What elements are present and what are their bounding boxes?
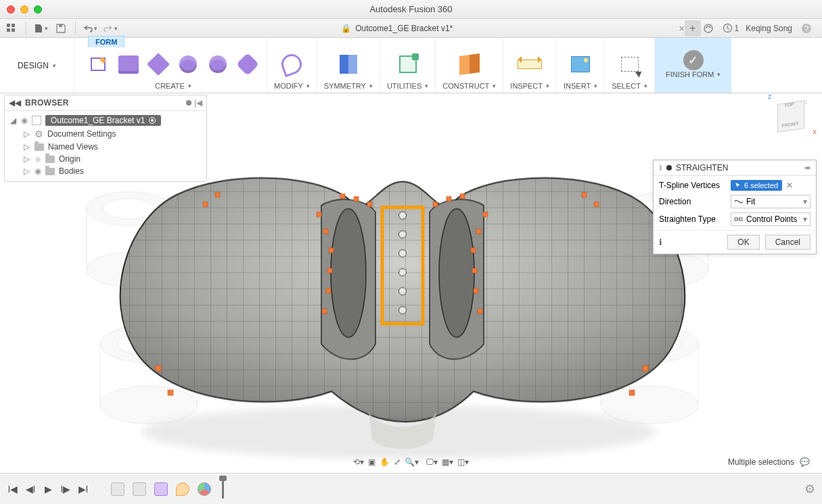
timeline-feature-4[interactable] [176, 482, 189, 496]
tree-expand[interactable]: ▷ [24, 142, 30, 152]
tree-expand[interactable]: ▷ [24, 129, 30, 139]
create-sphere-tool[interactable] [206, 52, 230, 76]
modify-tool[interactable] [279, 52, 304, 76]
ok-button[interactable]: OK [727, 235, 759, 250]
cancel-button[interactable]: Cancel [765, 235, 810, 250]
save-button[interactable] [53, 21, 68, 36]
create-quadball-tool[interactable] [235, 52, 260, 76]
svg-rect-1 [12, 24, 15, 27]
viewcube-top[interactable]: TOP [784, 101, 794, 108]
svg-rect-48 [433, 202, 438, 207]
component-icon [32, 116, 41, 125]
create-plane-tool[interactable] [146, 52, 170, 76]
tree-doc-settings[interactable]: Document Settings [47, 129, 116, 139]
undo-button[interactable] [83, 21, 97, 36]
visibility-toggle[interactable]: ◉ [35, 154, 41, 164]
zoom-window-tool[interactable]: 🔍▾ [405, 457, 419, 467]
redo-button[interactable] [103, 21, 118, 36]
panel-insert[interactable]: INSERT [564, 82, 597, 93]
symmetry-tool[interactable] [336, 52, 361, 76]
panel-utilities[interactable]: UTILITIES [387, 82, 428, 93]
tree-origin[interactable]: Origin [59, 154, 81, 164]
create-sketch-tool[interactable] [87, 52, 111, 76]
tree-expand[interactable]: ▷ [24, 154, 30, 164]
panel-select[interactable]: SELECT [612, 82, 647, 93]
create-box-tool[interactable] [116, 52, 141, 76]
panel-create[interactable]: CREATE [155, 82, 191, 93]
svg-point-26 [399, 231, 407, 238]
direction-value: Fit [746, 197, 755, 206]
view-cube[interactable]: ⌂ Z TOP FRONT X [772, 97, 810, 135]
finish-form-button[interactable]: ✓ FINISH FORM [655, 38, 732, 93]
visibility-toggle[interactable]: ◉ [35, 166, 41, 176]
display-settings[interactable]: 🖵▾ [426, 457, 438, 467]
tree-collapse-root[interactable]: ◢ [10, 116, 17, 125]
timeline-settings[interactable]: ⚙ [804, 482, 815, 497]
svg-rect-44 [471, 248, 476, 253]
folder-icon [45, 156, 55, 163]
tab-close-button[interactable]: × [679, 23, 684, 34]
extensions-button[interactable] [701, 21, 716, 36]
zoom-tool[interactable]: ⤢ [394, 457, 401, 467]
panel-modify[interactable]: MODIFY [274, 82, 310, 93]
svg-rect-41 [322, 309, 327, 314]
timeline-feature-3[interactable] [154, 482, 168, 496]
document-tab[interactable]: 🔒 Outcome1_GE Bracket v1* [334, 22, 459, 35]
inspect-tool[interactable] [518, 52, 542, 76]
lookat-tool[interactable]: ▣ [368, 457, 375, 467]
user-menu[interactable]: Keqing Song [746, 24, 792, 33]
timeline-start[interactable]: I◀ [7, 484, 19, 495]
data-panel-button[interactable] [4, 21, 19, 36]
viewport-layout[interactable]: ◫▾ [457, 457, 469, 467]
clear-selection[interactable]: ✕ [786, 181, 793, 190]
timeline-feature-1[interactable] [111, 482, 124, 496]
comments-icon[interactable]: 💬 [800, 457, 810, 467]
svg-rect-39 [327, 269, 332, 273]
tree-bodies[interactable]: Bodies [59, 166, 84, 176]
tree-expand[interactable]: ▷ [24, 166, 30, 176]
new-tab-button[interactable]: + [685, 20, 701, 37]
pan-tool[interactable]: ✋ [380, 457, 390, 467]
utilities-tool[interactable] [396, 52, 420, 76]
orbit-tool[interactable]: ⟲▾ [353, 457, 364, 467]
construct-tool[interactable] [457, 52, 482, 76]
file-menu-button[interactable] [33, 21, 48, 36]
axis-x-label: X [813, 129, 817, 135]
context-tab-form[interactable]: FORM [88, 36, 124, 47]
dialog-pin-icon[interactable]: ↠ [804, 163, 810, 173]
activate-radio[interactable] [149, 117, 156, 124]
svg-rect-37 [323, 229, 328, 234]
create-cylinder-tool[interactable] [176, 52, 200, 76]
selection-chip[interactable]: 6 selected [731, 180, 782, 191]
insert-tool[interactable] [568, 52, 593, 76]
svg-rect-57 [582, 193, 587, 198]
root-component[interactable]: Outcome1_GE Bracket v1 [45, 115, 161, 126]
timeline-prev[interactable]: ◀I [24, 484, 37, 495]
timeline-next[interactable]: I▶ [60, 484, 72, 495]
browser-collapse-icon[interactable]: ◀◀ [9, 98, 21, 108]
svg-rect-4 [59, 24, 62, 27]
job-status-button[interactable]: 1 [723, 23, 739, 33]
direction-dropdown[interactable]: Fit ▾ [731, 195, 810, 208]
tree-named-views[interactable]: Named Views [48, 142, 98, 152]
status-text: Multiple selections [728, 457, 794, 467]
panel-construct[interactable]: CONSTRUCT [442, 82, 496, 93]
workspace-switcher[interactable]: DESIGN [0, 38, 74, 93]
timeline-feature-5[interactable] [198, 482, 211, 496]
timeline-feature-2[interactable] [133, 482, 146, 496]
viewcube-front[interactable]: FRONT [781, 120, 798, 129]
panel-inspect[interactable]: INSPECT [510, 82, 549, 93]
visibility-toggle[interactable]: ◉ [21, 116, 28, 125]
dialog-drag-handle[interactable]: ⦀ [659, 163, 662, 173]
panel-symmetry[interactable]: SYMMETRY [324, 82, 373, 93]
chevron-down-icon: ▾ [803, 214, 807, 224]
type-dropdown[interactable]: Control Points ▾ [731, 212, 810, 226]
grid-settings[interactable]: ▦▾ [442, 457, 453, 467]
svg-rect-35 [643, 366, 648, 371]
timeline-end[interactable]: ▶I [77, 484, 89, 495]
info-icon[interactable]: ℹ [659, 237, 662, 247]
select-tool[interactable] [618, 52, 642, 76]
timeline-play[interactable]: ▶ [42, 484, 54, 495]
help-button[interactable]: ? [799, 21, 814, 36]
timeline-marker[interactable] [222, 480, 224, 499]
